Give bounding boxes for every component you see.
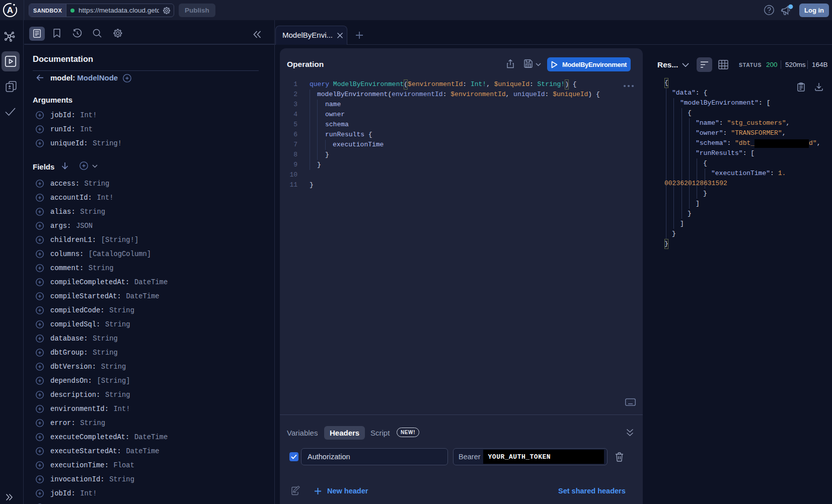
- svg-text:A: A: [7, 6, 13, 15]
